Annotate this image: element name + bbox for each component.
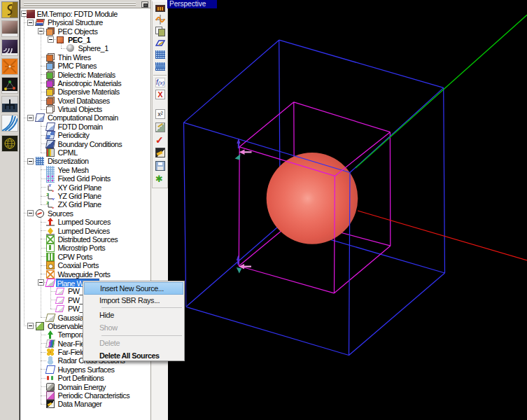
- svg-text:Y: Y: [48, 183, 51, 188]
- svg-text:x: x: [52, 189, 55, 192]
- svg-text:Z: Z: [46, 201, 49, 205]
- svg-text:x: x: [52, 206, 55, 209]
- svg-text:Z: Z: [46, 192, 49, 197]
